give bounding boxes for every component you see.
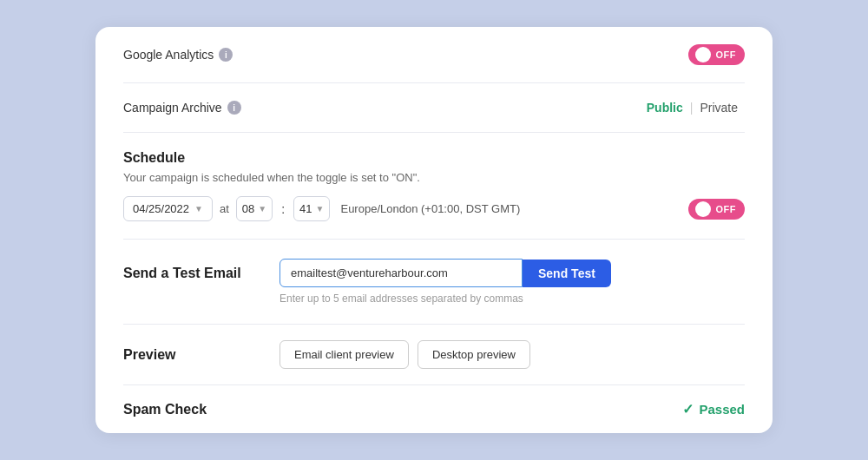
schedule-controls-row: 04/25/2022 ▼ at 08 ▼ : 41 ▼ Europe/Londo… — [123, 196, 745, 221]
campaign-archive-label-group: Campaign Archive i — [123, 101, 241, 115]
test-email-input[interactable] — [279, 259, 523, 287]
hour-value: 08 — [242, 202, 254, 215]
schedule-toggle[interactable]: OFF — [688, 199, 746, 220]
send-test-email-label: Send a Test Email — [123, 259, 279, 281]
minute-chevron-icon: ▼ — [316, 204, 325, 214]
date-value: 04/25/2022 — [133, 202, 189, 215]
archive-options: Public | Private — [640, 101, 745, 115]
campaign-archive-info-icon[interactable]: i — [227, 101, 241, 115]
hour-chevron-icon: ▼ — [258, 204, 266, 214]
test-email-input-row: Send Test — [279, 259, 745, 287]
schedule-toggle-circle — [695, 201, 711, 217]
desktop-preview-button[interactable]: Desktop preview — [418, 340, 530, 369]
preview-label: Preview — [123, 347, 279, 363]
schedule-description: Your campaign is scheduled when the togg… — [123, 171, 745, 184]
time-colon: : — [281, 202, 285, 216]
google-analytics-toggle-label: OFF — [716, 49, 737, 60]
campaign-archive-row: Campaign Archive i Public | Private — [123, 101, 745, 115]
minute-picker[interactable]: 41 ▼ — [293, 196, 330, 221]
date-chevron-icon: ▼ — [194, 204, 203, 214]
send-test-email-section: Send a Test Email Send Test Enter up to … — [95, 240, 773, 324]
toggle-circle — [695, 47, 711, 62]
google-analytics-section: Google Analytics i OFF — [95, 27, 773, 82]
archive-option-private[interactable]: Private — [693, 101, 745, 115]
spam-check-status: ✓ Passed — [682, 401, 745, 417]
google-analytics-info-icon[interactable]: i — [219, 48, 233, 62]
preview-buttons: Email client preview Desktop preview — [279, 340, 530, 369]
preview-row: Preview Email client preview Desktop pre… — [123, 340, 745, 369]
archive-option-public[interactable]: Public — [640, 101, 690, 115]
preview-section: Preview Email client preview Desktop pre… — [95, 325, 773, 384]
campaign-archive-label: Campaign Archive — [123, 101, 222, 115]
spam-check-status-text: Passed — [699, 402, 745, 417]
schedule-title: Schedule — [123, 150, 745, 166]
google-analytics-label-group: Google Analytics i — [123, 48, 233, 62]
spam-check-label: Spam Check — [123, 402, 207, 417]
schedule-section: Schedule Your campaign is scheduled when… — [95, 133, 773, 239]
google-analytics-row: Google Analytics i OFF — [123, 44, 745, 65]
test-email-hint: Enter up to 5 email addresses separated … — [279, 292, 745, 305]
google-analytics-label: Google Analytics — [123, 48, 214, 62]
campaign-archive-section: Campaign Archive i Public | Private — [95, 83, 773, 132]
timezone-label: Europe/London (+01:00, DST GMT) — [340, 202, 520, 215]
google-analytics-toggle[interactable]: OFF — [688, 44, 746, 65]
date-picker[interactable]: 04/25/2022 ▼ — [123, 196, 213, 221]
send-test-email-right: Send Test Enter up to 5 email addresses … — [279, 259, 745, 305]
email-client-preview-button[interactable]: Email client preview — [279, 340, 409, 369]
main-card: Google Analytics i OFF Campaign Archive … — [95, 27, 773, 433]
at-label: at — [220, 202, 229, 215]
minute-value: 41 — [299, 202, 312, 215]
spam-check-row: Spam Check ✓ Passed — [123, 401, 745, 417]
send-test-button[interactable]: Send Test — [523, 260, 611, 287]
schedule-toggle-label: OFF — [716, 204, 737, 214]
hour-picker[interactable]: 08 ▼ — [236, 196, 273, 221]
spam-check-icon: ✓ — [682, 401, 694, 417]
send-test-email-row: Send a Test Email Send Test Enter up to … — [123, 259, 745, 305]
spam-check-section: Spam Check ✓ Passed — [95, 385, 773, 433]
